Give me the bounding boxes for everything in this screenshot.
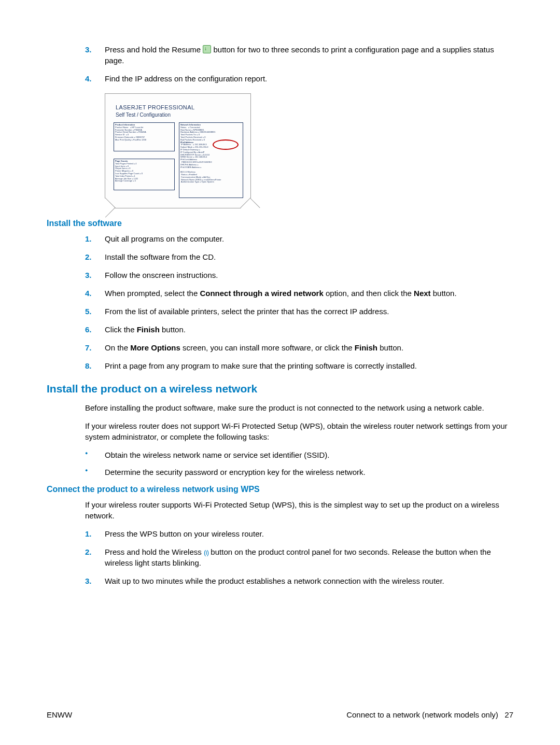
resume-icon [203,45,211,53]
wireless-install-heading: Install the product on a wireless networ… [47,383,513,395]
wps-heading: Connect the product to a wireless networ… [47,485,513,494]
cut-corner-br [240,198,260,217]
step-4: 4. Find the IP address on the configurat… [105,73,513,84]
isw-step-4: 4. When prompted, select the Connect thr… [105,288,513,299]
isw-step-1: 1.Quit all programs on the computer. [105,233,513,244]
isw-step-2: 2.Install the software from the CD. [105,251,513,262]
footer-section-title: Connect to a network (network models onl… [346,710,498,719]
wps-p1: If your wireless router supports Wi-Fi P… [85,499,513,521]
network-info-heading: Network Information [180,123,201,126]
step-num-4: 4. [85,73,92,84]
wps-steps: 1.Press the WPS button on your wireless … [47,528,513,586]
cut-corner-bl [95,198,115,217]
wps-step-3: 3.Wait up to two minutes while the produ… [105,575,513,586]
install-software-heading: Install the software [47,219,513,228]
figure-subtitle: Self Test / Configuration [116,112,171,118]
ip-value: = 192.168.69.3 [193,143,207,146]
ipv4-label: IPv4 Address [180,141,193,144]
wireless-icon: (ı) [204,549,208,556]
wps-step-1: 1.Press the WPS button on your wireless … [105,528,513,539]
footer-left: ENWW [47,710,72,719]
isw-step-7: 7. On the More Options screen, you can i… [105,342,513,353]
wireless-p2: If your wireless router does not support… [85,420,513,442]
page-footer: ENWW Connect to a network (network model… [47,710,513,719]
step-num-3: 3. [85,44,92,55]
step-3-text-a: Press and hold the Resume [105,45,203,54]
isw-step-3: 3.Follow the onscreen instructions. [105,270,513,280]
wps-step-2: 2. Press and hold the Wireless (ı) butto… [105,546,513,568]
product-info-box: Product Information Product Name = HP La… [114,122,175,151]
isw-step-6: 6. Click the Finish button. [105,324,513,335]
network-info-box: Network Information Status = ConnectedHo… [179,122,243,198]
isw-step-8: 8.Print a page from any program to make … [105,360,513,371]
wireless-tasks-list: Obtain the wireless network name or serv… [47,449,513,477]
isw-step-5: 5.From the list of available printers, s… [105,306,513,317]
figure-title: LASERJET PROFESSIONAL [116,104,194,110]
step-3: 3. Press and hold the Resume button for … [105,44,513,66]
wireless-bullet-1: Obtain the wireless network name or serv… [105,449,513,460]
install-software-steps: 1.Quit all programs on the computer. 2.I… [47,233,513,371]
footer-right: Connect to a network (network models onl… [346,710,513,719]
page-counts-heading: Page Counts [115,160,128,162]
config-report-figure: LASERJET PROFESSIONAL Self Test / Config… [105,93,251,208]
steps-continuation: 3. Press and hold the Resume button for … [47,44,513,84]
page-counts-box: Page Counts Total Pages Printed = 4Input… [114,159,175,190]
wireless-p1: Before installing the product software, … [85,402,513,413]
wireless-bullet-2: Determine the security password or encry… [105,467,513,477]
ip-highlight-oval [213,139,239,150]
page-number: 27 [505,710,513,719]
step-4-text: Find the IP address on the configuration… [105,74,267,83]
product-info-heading: Product Information [115,123,135,126]
